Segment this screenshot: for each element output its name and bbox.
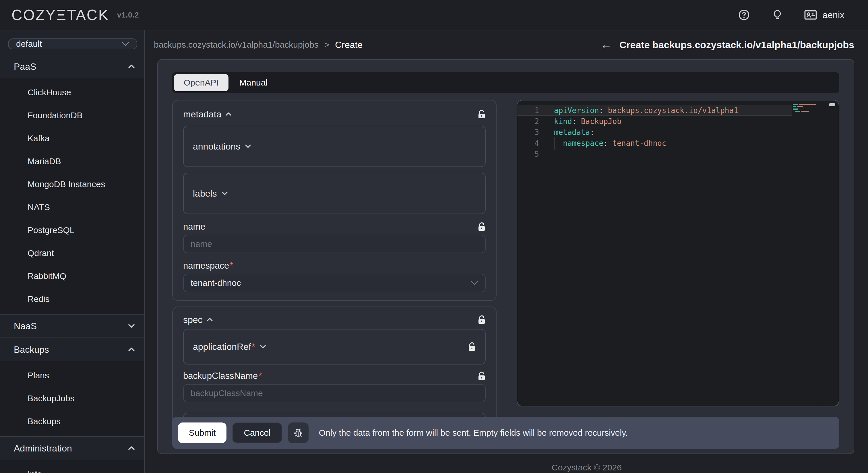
breadcrumb-path[interactable]: backups.cozystack.io/v1alpha1/backupjobs [154, 40, 319, 50]
labels-label: labels [193, 188, 217, 199]
backup-class-name-field-label: backupClassName* [183, 370, 486, 382]
name-input[interactable] [183, 235, 486, 253]
sidebar-item-nats[interactable]: NATS [0, 196, 144, 219]
app-logo: COZYΞTACK [11, 6, 109, 24]
breadcrumb-row: backups.cozystack.io/v1alpha1/backupjobs… [154, 30, 854, 59]
namespace-select-value: default [16, 39, 42, 49]
lightbulb-icon[interactable] [770, 8, 784, 22]
chevron-down-icon [471, 280, 478, 286]
action-bar: Submit Cancel Only the data from the for… [172, 417, 839, 449]
breadcrumb-current: Create [335, 40, 363, 50]
create-form-panel: OpenAPI Manual metadata [157, 59, 854, 454]
tab-manual[interactable]: Manual [229, 74, 277, 91]
tab-openapi[interactable]: OpenAPI [174, 74, 228, 91]
page-title-wrap: ← Create backups.cozystack.io/v1alpha1/b… [600, 39, 854, 51]
chevron-down-icon [245, 144, 251, 149]
sidebar-item-rabbitmq[interactable]: RabbitMQ [0, 264, 144, 288]
bug-icon [292, 427, 304, 439]
line-number: 4 [517, 138, 539, 149]
spec-title: spec [183, 315, 203, 325]
minimap-divider [820, 100, 820, 406]
line-number: 2 [517, 116, 539, 127]
chevron-up-icon [225, 112, 231, 117]
namespace-label-text: namespace [183, 261, 229, 271]
breadcrumb-separator: > [324, 40, 330, 50]
page-title: Create backups.cozystack.io/v1alpha1/bac… [619, 39, 854, 51]
sidebar-section-administration: Administration Info [0, 436, 144, 473]
form-mode-tabs: OpenAPI Manual [172, 72, 839, 93]
lock-open-icon[interactable] [477, 371, 486, 381]
editor-scrollbar-thumb[interactable] [829, 103, 835, 106]
sidebar-item-foundationdb[interactable]: FoundationDB [0, 104, 144, 127]
lock-open-icon[interactable] [477, 109, 486, 119]
namespace-select[interactable]: default [8, 38, 137, 50]
cancel-button[interactable]: Cancel [232, 422, 282, 443]
sidebar-section-items-backups: Plans BackupJobs Backups [0, 361, 144, 436]
debug-button[interactable] [288, 422, 309, 443]
sidebar-item-mariadb[interactable]: MariaDB [0, 150, 144, 173]
sidebar-item-info[interactable]: Info [0, 463, 144, 473]
sidebar-item-clickhouse[interactable]: ClickHouse [0, 81, 144, 104]
chevron-up-icon [207, 317, 213, 322]
namespace-select-value: tenant-dhnoc [191, 278, 241, 288]
chevron-up-icon [128, 347, 135, 352]
backup-class-name-input[interactable] [183, 384, 486, 402]
sidebar-section-paas: PaaS ClickHouse FoundationDB Kafka Maria… [0, 55, 144, 314]
spec-header[interactable]: spec [183, 313, 486, 327]
lock-open-icon[interactable] [477, 222, 486, 231]
annotations-collapsible[interactable]: annotations [183, 126, 486, 167]
section-label: NaaS [14, 321, 37, 332]
user-name: aenix [823, 10, 845, 20]
form-content: metadata annotations labels [172, 100, 839, 420]
application-ref-collapsible[interactable]: applicationRef* [183, 329, 486, 365]
submit-button[interactable]: Submit [178, 422, 226, 443]
sidebar-section-header-paas[interactable]: PaaS [0, 55, 144, 78]
metadata-header[interactable]: metadata [183, 107, 486, 121]
help-icon[interactable] [737, 8, 751, 22]
backup-class-name-label-text: backupClassName [183, 371, 258, 381]
sidebar-item-redis[interactable]: Redis [0, 288, 144, 311]
yaml-key: metadata [554, 128, 590, 137]
editor-line: 4 namespace: tenant-dhnoc [517, 138, 839, 149]
sidebar-item-mongodb-instances[interactable]: MongoDB Instances [0, 173, 144, 196]
lock-open-icon[interactable] [468, 342, 476, 351]
sidebar-item-kafka[interactable]: Kafka [0, 127, 144, 150]
chevron-down-icon [260, 344, 266, 349]
chevron-down-icon [128, 324, 135, 328]
yaml-separator: : [590, 128, 594, 137]
name-label-text: name [183, 222, 206, 232]
form-column: metadata annotations labels [172, 100, 497, 420]
user-menu[interactable]: aenix [804, 8, 845, 22]
sidebar-section-items-administration: Info [0, 460, 144, 473]
sidebar-section-naas: NaaS [0, 314, 144, 338]
yaml-indent [554, 139, 563, 148]
section-label: Backups [14, 344, 49, 355]
lock-open-icon[interactable] [477, 315, 486, 324]
yaml-value: BackupJob [577, 117, 621, 126]
top-bar: COZYΞTACK v1.0.2 aenix [0, 0, 868, 30]
sidebar-item-backupjobs[interactable]: BackupJobs [0, 387, 144, 410]
section-label: Administration [14, 443, 72, 454]
sidebar-item-postgresql[interactable]: PostgreSQL [0, 219, 144, 242]
app-version: v1.0.2 [117, 11, 139, 20]
sidebar-item-qdrant[interactable]: Qdrant [0, 242, 144, 264]
chevron-up-icon [128, 64, 135, 69]
application-ref-label: applicationRef [193, 342, 251, 352]
line-number: 5 [517, 149, 539, 160]
line-number: 1 [517, 105, 539, 116]
namespace-select-field[interactable]: tenant-dhnoc [183, 274, 486, 292]
annotations-label: annotations [193, 141, 240, 152]
back-arrow-icon[interactable]: ← [600, 39, 612, 51]
yaml-editor[interactable]: 1 apiVersion: backups.cozystack.io/v1alp… [517, 100, 839, 406]
labels-collapsible[interactable]: labels [183, 173, 486, 214]
footer-text: Cozystack © 2026 [552, 463, 622, 472]
sidebar-section-header-backups[interactable]: Backups [0, 338, 144, 361]
sidebar-item-plans[interactable]: Plans [0, 364, 144, 387]
line-number: 3 [517, 127, 539, 138]
editor-line: 1 apiVersion: backups.cozystack.io/v1alp… [517, 105, 839, 116]
editor-minimap [793, 104, 818, 113]
sidebar-section-header-naas[interactable]: NaaS [0, 315, 144, 338]
sidebar-section-header-administration[interactable]: Administration [0, 437, 144, 460]
sidebar-item-backups[interactable]: Backups [0, 410, 144, 433]
page-footer: Cozystack © 2026 [145, 462, 868, 473]
